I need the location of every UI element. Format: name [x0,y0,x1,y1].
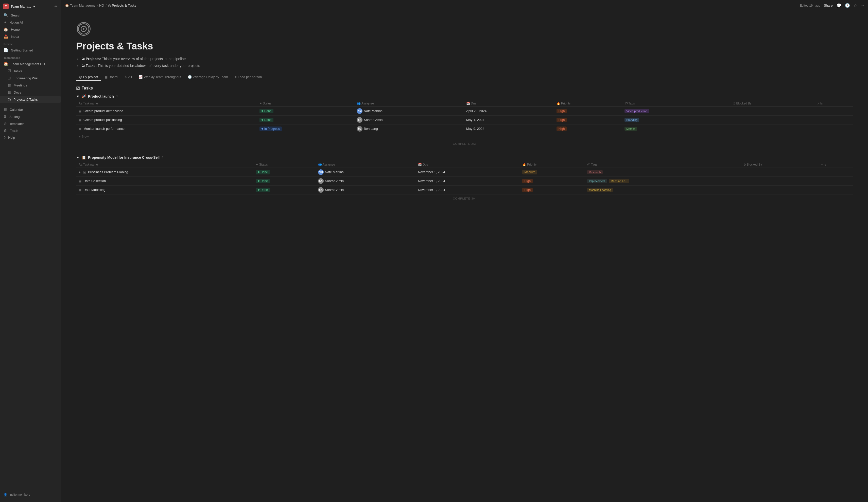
group-header-propensity[interactable]: ▼ 📋 Propensity Model for Insurance Cross… [76,155,853,159]
main-area: 🏠 Team Management HQ / ◎ Projects & Task… [61,0,868,502]
sidebar-item-eng-wiki[interactable]: ⊞ Engineering Wiki [0,74,61,82]
task-priority-cell: High [554,106,622,115]
tab-avg-delay[interactable]: 🕐 Average Delay by Team [185,74,231,81]
task-blocked-cell [730,124,814,133]
inbox-icon: 📥 [3,34,8,39]
sidebar-item-teamspace[interactable]: 🏠 Team Management HQ [0,60,61,67]
task-name-cell[interactable]: ▣ Create product demo video [76,106,257,115]
group-header-product-launch[interactable]: ▼ 🚀 Product launch 3 [76,94,853,98]
task-status-cell[interactable]: Done [253,168,316,177]
getting-started-label: Getting Started [11,49,33,52]
task-status-cell[interactable]: In Progress [257,124,354,133]
share-button[interactable]: Share [824,3,833,7]
templates-icon: ⊕ [3,122,7,126]
sidebar-item-meetings[interactable]: ▦ Meetings [0,82,61,89]
task-name-label: Create product positioning [83,118,122,122]
tag: Video production [624,109,649,113]
sidebar-item-settings[interactable]: ⚙ Settings [0,113,61,120]
task-name-cell[interactable]: ▣ Data Collection [76,177,253,185]
tab-load-per-person[interactable]: ≡ Load per person [231,74,265,81]
task-status-cell[interactable]: Done [253,185,316,194]
complete-label-product-launch: COMPLETE 2/3 [76,140,853,148]
task-row-icon: ▣ [79,188,81,192]
tab-weekly-throughput[interactable]: 📈 Weekly Team Throughput [135,74,184,81]
expand-toggle-icon[interactable]: ▶ [79,170,81,174]
th-blocked-by: ⊘ Blocked By [741,161,818,168]
task-status-cell[interactable]: Done [257,106,354,115]
task-name-cell[interactable]: ▣ Data Modelling [76,185,253,194]
task-priority-cell: High [554,124,622,133]
comments-icon[interactable]: 💬 [836,3,841,8]
task-row-icon: ▣ [79,118,81,122]
sidebar-item-trash[interactable]: 🗑 Trash [0,127,61,134]
sidebar-item-projects-tasks[interactable]: ◎ Projects & Tasks [0,96,61,103]
sidebar-item-templates[interactable]: ⊕ Templates [0,120,61,127]
tab-board[interactable]: ▦ Board [102,74,121,81]
group-product-launch: ▼ 🚀 Product launch 3 Aa Task name ✦ Stat… [76,94,853,148]
sidebar-item-tasks[interactable]: ☑ Tasks [0,67,61,74]
tasks-section-header: ☑ Tasks [76,86,853,91]
sidebar-item-notion-ai[interactable]: ✦ Notion AI [0,19,61,26]
task-table-product-launch: Aa Task name ✦ Status 👥 Assignee 📅 Due 🔥… [76,101,853,133]
task-blocked-cell [741,185,818,194]
task-name-cell[interactable]: ▶ ▣ Bussiness Problem Planing [76,168,253,177]
workspace-selector[interactable]: T Team Mana... ▾ [3,3,35,9]
group-name-product-launch: Product launch [88,94,114,98]
task-due-cell: November 1, 2024 [415,177,520,185]
task-priority-cell: High [520,177,585,185]
tab-board-label: Board [109,75,118,79]
page-description: 🗂 Projects: This is your overview of all… [76,56,853,69]
task-row-icon: ▣ [83,170,86,174]
sidebar-bottom: 👤 Invite members [0,489,61,500]
task-status-cell[interactable]: Done [253,177,316,185]
star-icon[interactable]: ☆ [854,3,857,8]
sidebar-item-getting-started[interactable]: 📄 Getting Started [0,46,61,54]
table-row: ▶ ▣ Bussiness Problem Planing Done [76,168,853,177]
breadcrumb-home[interactable]: 🏠 Team Management HQ [65,3,104,7]
status-badge-inprogress: In Progress [259,126,282,131]
task-is-cell [818,168,853,177]
tag: Machine Le... [609,179,629,183]
workspace-name: Team Mana... [11,4,31,8]
sidebar-search-label: Search [11,13,21,17]
sidebar-item-calendar[interactable]: ▦ Calendar [0,106,61,113]
tab-by-project[interactable]: ◎ By project [76,74,101,81]
status-dot [258,180,259,182]
page-content: Projects & Tasks 🗂 Projects: This is you… [61,11,868,502]
wiki-icon: ⊞ [8,76,11,80]
tab-board-icon: ▦ [104,75,107,79]
avatar: SA [357,117,362,123]
task-status-cell[interactable]: Done [257,115,354,124]
task-tags-cell: Machine Learning [585,185,741,194]
assignee-name: Nate Martins [364,109,383,113]
tasks-label: Tasks [13,69,22,73]
th-tags: 🏷 Tags [585,161,741,168]
task-row-icon: ▣ [79,127,81,130]
tab-by-project-icon: ◎ [79,75,82,79]
task-priority-cell: High [554,115,622,124]
task-name-cell[interactable]: ▣ Create product positioning [76,115,257,124]
assignee-name: Sohrab Amin [364,118,383,122]
tab-all[interactable]: ✳ All [121,74,135,81]
sidebar-item-docs[interactable]: ▦ Docs [0,89,61,96]
task-name-cell[interactable]: ▣ Monitor launch performance [76,124,257,133]
status-dot [258,189,259,191]
sidebar-item-home[interactable]: 🏠 Home [0,26,61,33]
task-priority-cell: Medium [520,168,585,177]
task-is-cell [815,124,853,133]
add-new-task-product-launch[interactable]: + New [76,133,853,140]
avatar: NM [318,169,324,175]
edit-icon[interactable]: ✏ [54,4,58,8]
task-priority-cell: High [520,185,585,194]
more-icon[interactable]: ··· [861,3,864,8]
sidebar-item-help[interactable]: ? Help [0,134,61,141]
table-row: ▣ Create product positioning Done [76,115,853,124]
projects-icon: ◎ [8,97,11,102]
sidebar-item-inbox[interactable]: 📥 Inbox [0,33,61,40]
history-icon[interactable]: 🕐 [845,3,850,8]
th-due: 📅 Due [415,161,520,168]
invite-members-button[interactable]: 👤 Invite members [0,491,61,498]
task-tags-cell: Research [585,168,741,177]
current-page-icon: ◎ [108,3,111,7]
sidebar-item-search[interactable]: 🔍 Search [0,12,61,19]
